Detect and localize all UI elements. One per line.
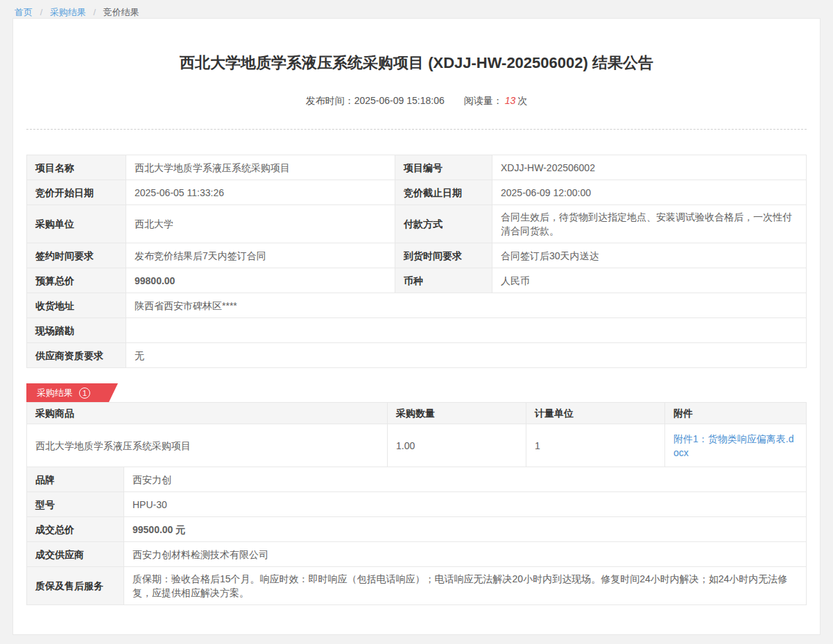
table-row: 质保及售后服务 质保期：验收合格后15个月。响应时效：即时响应（包括电话响应）；… bbox=[27, 567, 807, 605]
table-row: 型号 HPU-30 bbox=[27, 492, 807, 517]
field-value: XDJJ-HW-202506002 bbox=[492, 155, 807, 180]
field-value: 2025-06-05 11:33:26 bbox=[126, 180, 395, 205]
field-label: 收货地址 bbox=[27, 293, 126, 318]
column-header: 附件 bbox=[665, 403, 807, 424]
dashed-divider bbox=[26, 129, 807, 130]
field-value: 无 bbox=[126, 343, 807, 368]
badge-label: 采购结果 bbox=[37, 387, 73, 399]
field-value bbox=[126, 318, 807, 343]
unit-cell: 1 bbox=[526, 424, 665, 467]
table-header-row: 采购商品 采购数量 计量单位 附件 bbox=[27, 403, 807, 424]
announcement-card: 西北大学地质学系液压系统采购项目 (XDJJ-HW-202506002) 结果公… bbox=[12, 18, 821, 635]
field-label: 竞价截止日期 bbox=[395, 180, 492, 205]
field-label: 采购单位 bbox=[27, 205, 126, 243]
field-label: 预算总价 bbox=[27, 268, 126, 293]
table-row: 竞价开始日期 2025-06-05 11:33:26 竞价截止日期 2025-0… bbox=[27, 180, 807, 205]
product-name-cell: 西北大学地质学系液压系统采购项目 bbox=[27, 424, 388, 467]
field-label: 付款方式 bbox=[395, 205, 492, 243]
views-label: 阅读量： bbox=[464, 95, 503, 106]
breadcrumb: 首页 / 采购结果 / 竞价结果 bbox=[0, 0, 833, 18]
field-value: 2025-06-09 12:00:00 bbox=[492, 180, 807, 205]
field-value: 合同生效后，待货物到达指定地点、安装调试验收合格后，一次性付清合同货款。 bbox=[492, 205, 807, 243]
table-row: 现场踏勘 bbox=[27, 318, 807, 343]
budget-total-value: 99800.00 bbox=[126, 268, 395, 293]
breadcrumb-results-link[interactable]: 采购结果 bbox=[50, 7, 86, 17]
attachment-link[interactable]: 附件1：货物类响应偏离表.docx bbox=[673, 433, 793, 458]
column-header: 采购商品 bbox=[27, 403, 388, 424]
deal-price-value: 99500.00 元 bbox=[124, 517, 807, 542]
field-label: 成交总价 bbox=[27, 517, 124, 542]
field-label: 型号 bbox=[27, 492, 124, 517]
table-row: 供应商资质要求 无 bbox=[27, 343, 807, 368]
table-row: 成交供应商 西安力创材料检测技术有限公司 bbox=[27, 542, 807, 567]
field-value: 西北大学 bbox=[126, 205, 395, 243]
table-row: 成交总价 99500.00 元 bbox=[27, 517, 807, 542]
quantity-cell: 1.00 bbox=[388, 424, 526, 467]
field-label: 项目名称 bbox=[27, 155, 126, 180]
column-header: 采购数量 bbox=[388, 403, 526, 424]
attachment-cell: 附件1：货物类响应偏离表.docx bbox=[665, 424, 807, 467]
purchase-result-table: 采购商品 采购数量 计量单位 附件 西北大学地质学系液压系统采购项目 1.00 … bbox=[26, 402, 807, 467]
field-label: 供应商资质要求 bbox=[27, 343, 126, 368]
badge-count: 1 bbox=[79, 388, 90, 399]
table-row: 项目名称 西北大学地质学系液压系统采购项目 项目编号 XDJJ-HW-20250… bbox=[27, 155, 807, 180]
table-row: 品牌 西安力创 bbox=[27, 467, 807, 492]
page-title: 西北大学地质学系液压系统采购项目 (XDJJ-HW-202506002) 结果公… bbox=[26, 53, 807, 73]
field-label: 竞价开始日期 bbox=[27, 180, 126, 205]
breadcrumb-separator: / bbox=[40, 7, 43, 17]
field-label: 现场踏勘 bbox=[27, 318, 126, 343]
breadcrumb-separator: / bbox=[94, 7, 96, 17]
brand-value: 西安力创 bbox=[124, 467, 807, 492]
field-value: 发布竞价结果后7天内签订合同 bbox=[126, 243, 395, 268]
field-label: 品牌 bbox=[27, 467, 124, 492]
warranty-value: 质保期：验收合格后15个月。响应时效：即时响应（包括电话响应）；电话响应无法解决… bbox=[124, 567, 807, 605]
deal-detail-table: 品牌 西安力创 型号 HPU-30 成交总价 99500.00 元 成交供应商 … bbox=[26, 467, 807, 605]
publish-meta: 发布时间：2025-06-09 15:18:06阅读量：13次 bbox=[26, 95, 807, 107]
table-row: 签约时间要求 发布竞价结果后7天内签订合同 到货时间要求 合同签订后30天内送达 bbox=[27, 243, 807, 268]
publish-time-value: 2025-06-09 15:18:06 bbox=[354, 95, 445, 106]
supplier-value: 西安力创材料检测技术有限公司 bbox=[124, 542, 807, 567]
field-label: 成交供应商 bbox=[27, 542, 124, 567]
field-value: 人民币 bbox=[492, 268, 807, 293]
field-label: 签约时间要求 bbox=[27, 243, 126, 268]
field-label: 到货时间要求 bbox=[395, 243, 492, 268]
breadcrumb-current: 竞价结果 bbox=[103, 7, 139, 17]
views-count: 13 bbox=[505, 95, 516, 106]
field-value: 西北大学地质学系液压系统采购项目 bbox=[126, 155, 395, 180]
publish-time-label: 发布时间： bbox=[306, 95, 354, 106]
field-label: 币种 bbox=[395, 268, 492, 293]
table-row: 采购单位 西北大学 付款方式 合同生效后，待货物到达指定地点、安装调试验收合格后… bbox=[27, 205, 807, 243]
field-label: 质保及售后服务 bbox=[27, 567, 124, 605]
table-row: 收货地址 陕西省西安市碑林区**** bbox=[27, 293, 807, 318]
table-row: 预算总价 99800.00 币种 人民币 bbox=[27, 268, 807, 293]
field-value: 合同签订后30天内送达 bbox=[492, 243, 807, 268]
field-value: 陕西省西安市碑林区**** bbox=[126, 293, 807, 318]
model-value: HPU-30 bbox=[124, 492, 807, 517]
project-info-table: 项目名称 西北大学地质学系液压系统采购项目 项目编号 XDJJ-HW-20250… bbox=[26, 155, 807, 368]
breadcrumb-home-link[interactable]: 首页 bbox=[15, 7, 33, 17]
purchase-result-badge: 采购结果 1 bbox=[26, 383, 118, 402]
field-label: 项目编号 bbox=[395, 155, 492, 180]
table-row: 西北大学地质学系液压系统采购项目 1.00 1 附件1：货物类响应偏离表.doc… bbox=[27, 424, 807, 467]
views-unit: 次 bbox=[517, 95, 527, 106]
column-header: 计量单位 bbox=[526, 403, 665, 424]
